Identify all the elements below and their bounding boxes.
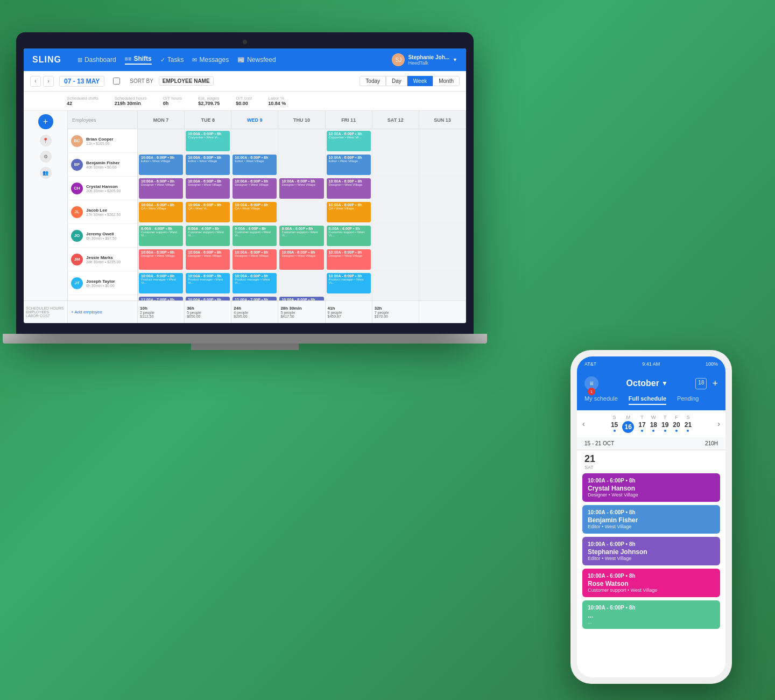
shift-block[interactable]: 10:00A - 6:00P • 8hCopywriter • West Vil…	[327, 131, 371, 151]
nav-messages[interactable]: ✉ Messages	[192, 55, 229, 65]
shift-block[interactable]: 11:00A - 7:00P • 8hSales • West Village	[232, 297, 277, 301]
shift-block[interactable]: 8:00A - 4:00P • 8hCustomer support • Wes…	[327, 226, 371, 246]
empty-cell[interactable]	[326, 295, 372, 300]
empty-cell[interactable]	[372, 129, 419, 153]
tab-pending[interactable]: Pending	[677, 395, 699, 405]
phone-shift-card[interactable]: 10:00A - 6:00P • 8h Stephanie Johnson Ed…	[582, 537, 720, 565]
shift-block[interactable]: 9:00A - 4:00P • 8hCustomer support • Wes…	[232, 226, 277, 246]
month-button[interactable]: Month	[433, 76, 460, 86]
phone-shift-card[interactable]: 10:00A - 6:00P • 8h Benjamin Fisher Edit…	[582, 505, 720, 534]
nav-dashboard[interactable]: ⊞ Dashboard	[78, 55, 116, 65]
empty-cell[interactable]	[419, 177, 466, 200]
empty-cell[interactable]	[372, 248, 419, 271]
calendar-icon[interactable]: 18	[695, 378, 707, 389]
people-icon[interactable]: 👥	[40, 167, 52, 179]
empty-cell[interactable]	[372, 271, 419, 295]
phone-dropdown-icon[interactable]: ▼	[661, 380, 668, 387]
select-all-checkbox[interactable]	[113, 78, 120, 85]
nav-newsfeed[interactable]: 📰 Newsfeed	[237, 55, 276, 65]
next-week-button[interactable]: ›	[43, 76, 54, 87]
shift-block[interactable]: 10:00A - 6:00P • 8hProduct manager • Wes…	[186, 273, 230, 293]
empty-cell[interactable]	[419, 248, 466, 271]
phone-shift-card[interactable]: 10:00A - 6:00P • 8h ... ...	[582, 600, 720, 629]
empty-cell[interactable]	[278, 200, 325, 224]
add-event-icon[interactable]: +	[712, 378, 718, 389]
empty-cell[interactable]	[372, 295, 419, 300]
shift-block[interactable]: 10:00A - 6:00P • 8hDesigner • West Villa…	[186, 178, 230, 199]
shift-block[interactable]: 10:00A - 6:00P • 8hDesigner • West Villa…	[279, 249, 323, 270]
empty-cell[interactable]	[372, 224, 419, 248]
phone-screen: AT&T 9:41 AM 100% ≡ 1 October ▼ 18 +	[577, 356, 725, 677]
shift-block[interactable]: 10:00A - 6:00P • 8hDesigner • West Villa…	[327, 249, 371, 270]
shift-block[interactable]: 8:00A - 4:00P • 8hCustomer support • Wes…	[186, 226, 230, 246]
week-button[interactable]: Week	[407, 76, 433, 86]
phone-shift-card[interactable]: 10:00A - 6:00P • 8h Rose Watson Customer…	[582, 569, 720, 597]
user-dropdown-icon[interactable]: ▼	[453, 57, 457, 62]
empty-cell[interactable]	[278, 153, 325, 177]
shift-block[interactable]: 8:00A - 4:00P • 8hCustomer support • Wes…	[139, 226, 183, 246]
today-button[interactable]: Today	[360, 76, 386, 86]
shift-block[interactable]: 10:00A - 6:00P • 8hProduct manager • Wes…	[327, 273, 371, 293]
shift-block[interactable]: 10:00A - 6:00P • 8hDesigner • West Villa…	[186, 249, 230, 270]
empty-cell[interactable]	[231, 129, 278, 153]
shift-block[interactable]: 10:00A - 6:00P • 8hEditor • West Village	[139, 155, 183, 175]
shift-block[interactable]: 10:00A - 6:00P • 8hEditor • West Village	[232, 155, 277, 175]
shift-block[interactable]: 10:00A - 6:00P • 8hProduct manager • Wes…	[139, 273, 183, 293]
prev-week-arrow[interactable]: ‹	[582, 419, 585, 428]
week-day[interactable]: F 20	[673, 415, 680, 433]
empty-cell[interactable]	[419, 200, 466, 224]
empty-cell[interactable]	[278, 271, 325, 295]
shift-block[interactable]: 10:00A - 6:00P • 8hEditor • West Village	[327, 155, 371, 175]
shift-block[interactable]: 10:00A - 8:00P • 8hSales • West Village	[279, 297, 323, 301]
empty-cell[interactable]	[372, 177, 419, 200]
shift-block[interactable]: 10:00A - 6:00P • 8hQA • West Village	[139, 202, 183, 222]
nav-tasks[interactable]: ✓ Tasks	[160, 55, 184, 65]
week-day[interactable]: W 18	[650, 415, 657, 433]
tab-full-schedule[interactable]: Full schedule	[629, 395, 666, 405]
shift-block[interactable]: 10:00A - 6:00P • 8hCopywriter • West Vi.…	[186, 131, 230, 151]
prev-week-button[interactable]: ‹	[30, 76, 41, 87]
day-button[interactable]: Day	[386, 76, 407, 86]
add-employee-button[interactable]: + Add employee	[71, 310, 134, 314]
empty-cell[interactable]	[419, 271, 466, 295]
shift-block[interactable]: 10:00A - 6:00P • 8hEditor • West Village	[186, 155, 230, 175]
shift-block[interactable]: 10:00A - 6:00P • 8hDesigner • West Villa…	[139, 249, 183, 270]
shift-role: Product manager • West Vi...	[188, 278, 228, 284]
week-day[interactable]: T 17	[638, 415, 645, 433]
empty-cell[interactable]	[419, 295, 466, 300]
tab-my-schedule[interactable]: My schedule	[584, 395, 618, 405]
shift-role: Product manager • West Vi...	[329, 278, 369, 284]
shift-block[interactable]: 10:00A - 6:00P • 8hProduct manager • Wes…	[232, 273, 277, 293]
shift-block[interactable]: 10:00A - 6:00P • 8hQA • West Vi...	[186, 202, 230, 222]
empty-cell[interactable]	[138, 129, 184, 153]
shift-block[interactable]: 10:00A - 6:00P • 8hDesigner • West Villa…	[232, 249, 277, 270]
phone-shift-card[interactable]: 10:00A - 6:00P • 8h Crystal Hanson Desig…	[582, 473, 720, 502]
empty-cell[interactable]	[372, 153, 419, 177]
empty-cell[interactable]	[372, 200, 419, 224]
shift-block[interactable]: 10:00A - 6:00P • 8hSales • West Village	[186, 297, 230, 301]
week-day[interactable]: S 15	[611, 415, 618, 433]
shift-block[interactable]: 11:00A - 7:00P • 8hSales • West Village	[139, 297, 183, 301]
empty-cell[interactable]	[419, 224, 466, 248]
empty-cell[interactable]	[419, 153, 466, 177]
empty-cell[interactable]	[419, 129, 466, 153]
shift-block[interactable]: 10:00A - 6:00P • 8hDesigner • West Villa…	[327, 178, 371, 199]
shift-block[interactable]: 10:00A - 6:00P • 8hQA • West Village	[327, 202, 371, 222]
shift-block[interactable]: 8:00A - 4:00P • 8hCustomer support • Wes…	[279, 226, 323, 246]
days-header: MON 7TUE 8WED 9THU 10FRI 11SAT 12SUN 13	[138, 111, 466, 129]
sort-value[interactable]: EMPLOYEE NAME	[159, 76, 214, 86]
next-week-arrow[interactable]: ›	[717, 419, 720, 428]
shift-block[interactable]: 10:00A - 6:00P • 8hDesigner • West Villa…	[279, 178, 323, 199]
nav-shifts[interactable]: ≡≡ Shifts	[125, 55, 152, 65]
location-icon[interactable]: 📍	[40, 135, 52, 146]
shift-block[interactable]: 10:00A - 6:00P • 8hQA • West Village	[232, 202, 277, 222]
empty-cell[interactable]	[278, 129, 325, 153]
week-day[interactable]: M 16	[622, 415, 634, 433]
footer-emp-list: + Add employee	[68, 301, 138, 323]
week-day[interactable]: T 19	[661, 415, 668, 433]
shift-block[interactable]: 10:00A - 6:00P • 8hDesigner • West Villa…	[139, 178, 183, 199]
week-day[interactable]: S 21	[685, 415, 692, 433]
shift-block[interactable]: 10:00A - 6:00P • 8hDesigner • West Villa…	[232, 178, 277, 199]
add-shift-button[interactable]: +	[38, 114, 53, 129]
filter-icon[interactable]: ⚙	[40, 151, 52, 163]
